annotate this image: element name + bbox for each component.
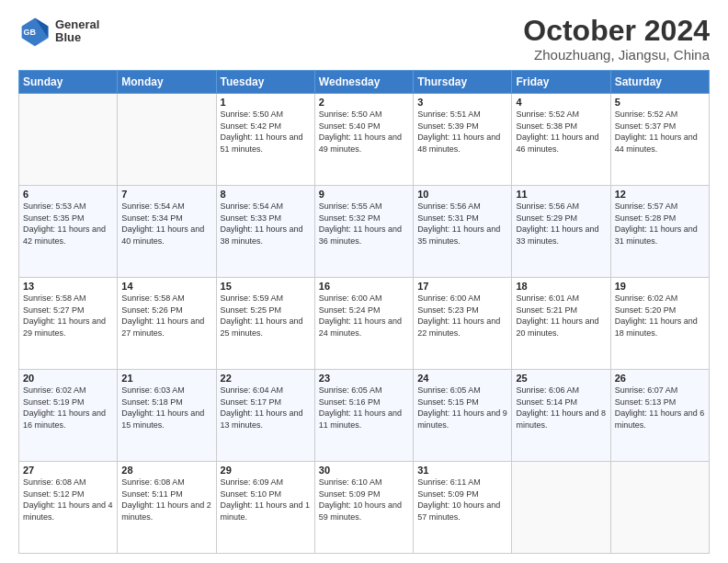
calendar-cell: 20Sunrise: 6:02 AMSunset: 5:19 PMDayligh… — [19, 370, 118, 462]
day-info: Sunrise: 6:11 AMSunset: 5:09 PMDaylight:… — [417, 477, 507, 523]
day-info: Sunrise: 6:01 AMSunset: 5:21 PMDaylight:… — [516, 293, 606, 339]
day-info: Sunrise: 5:56 AMSunset: 5:31 PMDaylight:… — [417, 201, 507, 247]
calendar-cell: 18Sunrise: 6:01 AMSunset: 5:21 PMDayligh… — [512, 278, 610, 370]
day-number: 1 — [221, 97, 311, 108]
day-number: 26 — [615, 373, 705, 384]
day-number: 20 — [23, 373, 113, 384]
day-info: Sunrise: 5:56 AMSunset: 5:29 PMDaylight:… — [516, 201, 606, 247]
day-info: Sunrise: 5:52 AMSunset: 5:37 PMDaylight:… — [615, 109, 705, 155]
day-number: 5 — [615, 97, 705, 108]
day-info: Sunrise: 6:00 AMSunset: 5:23 PMDaylight:… — [417, 293, 507, 339]
day-info: Sunrise: 6:09 AMSunset: 5:10 PMDaylight:… — [221, 477, 311, 523]
calendar-title: October 2024 — [523, 15, 710, 47]
day-info: Sunrise: 5:50 AMSunset: 5:42 PMDaylight:… — [221, 109, 311, 155]
day-number: 4 — [516, 97, 606, 108]
calendar-cell: 22Sunrise: 6:04 AMSunset: 5:17 PMDayligh… — [216, 370, 314, 462]
weekday-header-sunday: Sunday — [19, 71, 118, 94]
day-number: 27 — [23, 465, 113, 476]
calendar-cell: 27Sunrise: 6:08 AMSunset: 5:12 PMDayligh… — [19, 462, 118, 554]
day-number: 23 — [319, 373, 409, 384]
weekday-header-monday: Monday — [118, 71, 216, 94]
day-info: Sunrise: 6:02 AMSunset: 5:20 PMDaylight:… — [615, 293, 705, 339]
svg-text:GB: GB — [23, 28, 36, 37]
calendar-cell: 19Sunrise: 6:02 AMSunset: 5:20 PMDayligh… — [610, 278, 709, 370]
calendar-cell: 12Sunrise: 5:57 AMSunset: 5:28 PMDayligh… — [610, 186, 709, 278]
calendar-cell — [19, 94, 118, 186]
day-info: Sunrise: 5:51 AMSunset: 5:39 PMDaylight:… — [417, 109, 507, 155]
calendar-cell: 13Sunrise: 5:58 AMSunset: 5:27 PMDayligh… — [19, 278, 118, 370]
day-info: Sunrise: 5:55 AMSunset: 5:32 PMDaylight:… — [319, 201, 409, 247]
day-number: 22 — [221, 373, 311, 384]
day-number: 9 — [319, 189, 409, 200]
logo: GB General Blue — [18, 15, 99, 48]
day-number: 12 — [615, 189, 705, 200]
calendar-cell — [610, 462, 709, 554]
day-info: Sunrise: 6:03 AMSunset: 5:18 PMDaylight:… — [121, 385, 211, 431]
weekday-header-saturday: Saturday — [610, 71, 709, 94]
calendar-cell: 24Sunrise: 6:05 AMSunset: 5:15 PMDayligh… — [414, 370, 512, 462]
day-info: Sunrise: 5:54 AMSunset: 5:33 PMDaylight:… — [221, 201, 311, 247]
calendar-cell: 11Sunrise: 5:56 AMSunset: 5:29 PMDayligh… — [512, 186, 610, 278]
day-info: Sunrise: 6:05 AMSunset: 5:15 PMDaylight:… — [417, 385, 507, 431]
calendar-cell: 6Sunrise: 5:53 AMSunset: 5:35 PMDaylight… — [19, 186, 118, 278]
week-row-1: 1Sunrise: 5:50 AMSunset: 5:42 PMDaylight… — [19, 94, 710, 186]
calendar-cell: 25Sunrise: 6:06 AMSunset: 5:14 PMDayligh… — [512, 370, 610, 462]
calendar-cell: 15Sunrise: 5:59 AMSunset: 5:25 PMDayligh… — [216, 278, 314, 370]
day-number: 7 — [121, 189, 211, 200]
logo-icon: GB — [18, 15, 51, 48]
weekday-header-wednesday: Wednesday — [314, 71, 413, 94]
calendar-cell: 5Sunrise: 5:52 AMSunset: 5:37 PMDaylight… — [610, 94, 709, 186]
day-number: 11 — [516, 189, 606, 200]
calendar-cell: 4Sunrise: 5:52 AMSunset: 5:38 PMDaylight… — [512, 94, 610, 186]
logo-text: General Blue — [55, 18, 99, 45]
day-number: 2 — [319, 97, 409, 108]
day-number: 25 — [516, 373, 606, 384]
calendar-cell: 31Sunrise: 6:11 AMSunset: 5:09 PMDayligh… — [414, 462, 512, 554]
weekday-header-thursday: Thursday — [414, 71, 512, 94]
calendar-cell: 26Sunrise: 6:07 AMSunset: 5:13 PMDayligh… — [610, 370, 709, 462]
calendar-cell: 21Sunrise: 6:03 AMSunset: 5:18 PMDayligh… — [118, 370, 216, 462]
calendar-subtitle: Zhouzhuang, Jiangsu, China — [523, 47, 710, 63]
calendar-table: SundayMondayTuesdayWednesdayThursdayFrid… — [18, 70, 710, 554]
calendar-cell: 2Sunrise: 5:50 AMSunset: 5:40 PMDaylight… — [314, 94, 413, 186]
day-number: 18 — [516, 281, 606, 292]
day-info: Sunrise: 5:53 AMSunset: 5:35 PMDaylight:… — [23, 201, 113, 247]
title-block: October 2024 Zhouzhuang, Jiangsu, China — [523, 15, 710, 63]
calendar-cell: 17Sunrise: 6:00 AMSunset: 5:23 PMDayligh… — [414, 278, 512, 370]
calendar-cell: 1Sunrise: 5:50 AMSunset: 5:42 PMDaylight… — [216, 94, 314, 186]
day-number: 15 — [221, 281, 311, 292]
day-number: 21 — [121, 373, 211, 384]
page-header: GB General Blue October 2024 Zhouzhuang,… — [18, 15, 710, 63]
day-number: 30 — [319, 465, 409, 476]
day-info: Sunrise: 5:50 AMSunset: 5:40 PMDaylight:… — [319, 109, 409, 155]
week-row-3: 13Sunrise: 5:58 AMSunset: 5:27 PMDayligh… — [19, 278, 710, 370]
day-number: 6 — [23, 189, 113, 200]
day-number: 28 — [121, 465, 211, 476]
calendar-cell — [512, 462, 610, 554]
calendar-cell: 7Sunrise: 5:54 AMSunset: 5:34 PMDaylight… — [118, 186, 216, 278]
calendar-cell: 8Sunrise: 5:54 AMSunset: 5:33 PMDaylight… — [216, 186, 314, 278]
day-info: Sunrise: 5:54 AMSunset: 5:34 PMDaylight:… — [121, 201, 211, 247]
logo-line2: Blue — [55, 31, 99, 44]
calendar-cell: 30Sunrise: 6:10 AMSunset: 5:09 PMDayligh… — [314, 462, 413, 554]
weekday-header-friday: Friday — [512, 71, 610, 94]
week-row-4: 20Sunrise: 6:02 AMSunset: 5:19 PMDayligh… — [19, 370, 710, 462]
day-number: 24 — [417, 373, 507, 384]
day-number: 19 — [615, 281, 705, 292]
logo-line1: General — [55, 18, 99, 31]
calendar-cell: 29Sunrise: 6:09 AMSunset: 5:10 PMDayligh… — [216, 462, 314, 554]
day-info: Sunrise: 5:58 AMSunset: 5:27 PMDaylight:… — [23, 293, 113, 339]
calendar-cell: 16Sunrise: 6:00 AMSunset: 5:24 PMDayligh… — [314, 278, 413, 370]
day-number: 14 — [121, 281, 211, 292]
day-number: 17 — [417, 281, 507, 292]
day-info: Sunrise: 6:04 AMSunset: 5:17 PMDaylight:… — [221, 385, 311, 431]
day-info: Sunrise: 6:05 AMSunset: 5:16 PMDaylight:… — [319, 385, 409, 431]
week-row-2: 6Sunrise: 5:53 AMSunset: 5:35 PMDaylight… — [19, 186, 710, 278]
day-info: Sunrise: 5:59 AMSunset: 5:25 PMDaylight:… — [221, 293, 311, 339]
calendar-cell: 3Sunrise: 5:51 AMSunset: 5:39 PMDaylight… — [414, 94, 512, 186]
day-number: 10 — [417, 189, 507, 200]
day-number: 13 — [23, 281, 113, 292]
day-number: 3 — [417, 97, 507, 108]
calendar-cell: 10Sunrise: 5:56 AMSunset: 5:31 PMDayligh… — [414, 186, 512, 278]
calendar-cell: 28Sunrise: 6:08 AMSunset: 5:11 PMDayligh… — [118, 462, 216, 554]
